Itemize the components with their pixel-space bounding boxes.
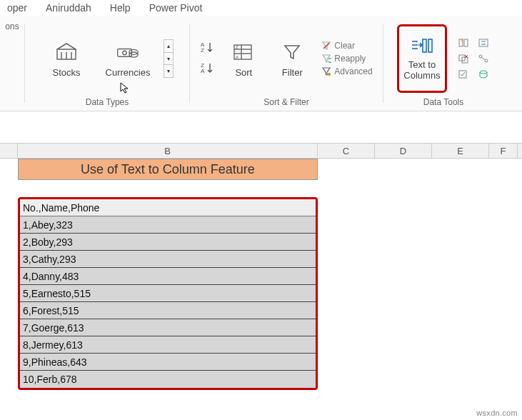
text-to-columns-button[interactable]: Text to Columns [397, 24, 446, 93]
selected-range[interactable]: No.,Name,Phone 1,Abey,323 2,Boby,293 3,C… [18, 197, 318, 390]
stocks-icon [54, 40, 79, 64]
advanced-label: Advanced [334, 66, 372, 76]
text-to-columns-label-1: Text to [408, 59, 436, 70]
menu-bar: oper Aniruddah Help Power Pivot [0, 0, 522, 16]
data-tools-group-label: Data Tools [423, 97, 463, 107]
filter-label: Filter [282, 67, 303, 78]
table-row[interactable]: 8,Jermey,613 [20, 336, 316, 354]
table-row[interactable]: 9,Phineas,643 [20, 354, 316, 371]
menu-power-pivot[interactable]: Power Pivot [146, 2, 206, 14]
reapply-filter-button[interactable]: Reapply [321, 54, 372, 64]
table-row[interactable]: 3,Cathy,293 [20, 251, 316, 268]
table-row[interactable]: No.,Name,Phone [20, 199, 316, 216]
sort-filter-group-label: Sort & Filter [263, 97, 308, 107]
ribbon: ons Stocks Currencies ▴ ▾ [0, 16, 522, 111]
svg-line-34 [481, 57, 486, 60]
empty-row [0, 180, 522, 197]
spinner-up-icon[interactable]: ▴ [164, 40, 173, 53]
spinner-more-icon[interactable]: ▾ [164, 65, 173, 77]
data-types-spinner[interactable]: ▴ ▾ ▾ [164, 39, 174, 78]
advanced-filter-button[interactable]: Advanced [321, 66, 372, 76]
svg-point-19 [328, 73, 331, 76]
menu-aniruddah[interactable]: Aniruddah [43, 2, 94, 14]
consolidate-button[interactable] [477, 37, 490, 49]
group-data-types: Stocks Currencies ▴ ▾ ▾ Data Types [25, 21, 189, 107]
column-header-f[interactable]: F [489, 144, 518, 158]
select-all-corner[interactable] [0, 144, 18, 158]
manage-data-model-button[interactable] [477, 69, 490, 80]
group-sort-filter: AZ ZA ZA Sort Filter [190, 21, 383, 107]
svg-text:Z: Z [236, 45, 239, 49]
svg-rect-24 [428, 39, 432, 52]
flash-fill-button[interactable] [457, 37, 470, 49]
column-headers: B C D E F [0, 143, 522, 159]
advanced-icon [321, 66, 331, 76]
sort-button[interactable]: ZA Sort [224, 31, 263, 86]
svg-point-7 [123, 51, 126, 54]
column-header-b[interactable]: B [18, 144, 318, 158]
column-header-d[interactable]: D [375, 144, 432, 158]
clear-icon [321, 41, 331, 51]
menu-developer[interactable]: oper [4, 2, 30, 14]
sort-label: Sort [235, 67, 252, 78]
table-row[interactable]: 6,Forest,515 [20, 302, 316, 319]
svg-rect-23 [423, 39, 426, 52]
svg-rect-27 [479, 39, 488, 46]
text-to-columns-label-2: Columns [403, 70, 440, 81]
title-cell[interactable]: Use of Text to Column Feature [18, 159, 318, 180]
spreadsheet: B C D E F Use of Text to Column Feature … [0, 143, 522, 390]
relationships-button[interactable] [477, 53, 490, 64]
sort-icon: ZA [231, 40, 256, 64]
group-addins-fragment: ons [0, 21, 24, 107]
addins-label: ons [5, 21, 19, 31]
table-row[interactable]: 4,Danny,483 [20, 268, 316, 285]
stocks-label: Stocks [52, 67, 80, 78]
svg-text:A: A [201, 68, 205, 74]
data-tools-mini [457, 37, 490, 80]
data-types-group-label: Data Types [86, 97, 129, 107]
column-header-c[interactable]: C [318, 144, 375, 158]
group-data-tools: Text to Columns Data Tools [383, 21, 503, 107]
menu-help[interactable]: Help [107, 2, 134, 14]
table-row[interactable]: 5,Earnesto,515 [20, 285, 316, 302]
svg-line-18 [323, 43, 329, 49]
currencies-label: Currencies [106, 67, 151, 78]
column-header-e[interactable]: E [432, 144, 489, 158]
table-row[interactable]: 2,Boby,293 [20, 234, 316, 251]
text-to-columns-icon [410, 37, 434, 58]
data-validation-button[interactable] [457, 69, 470, 80]
svg-rect-26 [464, 39, 468, 46]
clear-label: Clear [334, 41, 355, 51]
table-row[interactable]: 1,Abey,323 [20, 216, 316, 234]
table-row[interactable]: 10,Ferb,678 [20, 371, 316, 388]
currencies-button[interactable]: Currencies [102, 31, 154, 86]
reapply-label: Reapply [334, 54, 366, 64]
watermark: wsxdn.com [476, 409, 518, 417]
filter-button[interactable]: Filter [273, 31, 311, 86]
remove-duplicates-button[interactable] [457, 53, 470, 64]
clear-filter-button[interactable]: Clear [321, 41, 372, 51]
filter-icon [280, 40, 304, 64]
svg-text:Z: Z [201, 47, 204, 54]
sort-desc-button[interactable]: ZA [200, 61, 214, 76]
spinner-down-icon[interactable]: ▾ [164, 53, 173, 66]
svg-point-36 [480, 71, 487, 74]
table-row[interactable]: 7,Goerge,613 [20, 319, 316, 336]
stocks-button[interactable]: Stocks [41, 31, 92, 86]
reapply-icon [321, 54, 331, 64]
svg-text:A: A [236, 55, 239, 59]
currencies-icon [116, 40, 140, 64]
sort-asc-button[interactable]: AZ [200, 41, 214, 56]
